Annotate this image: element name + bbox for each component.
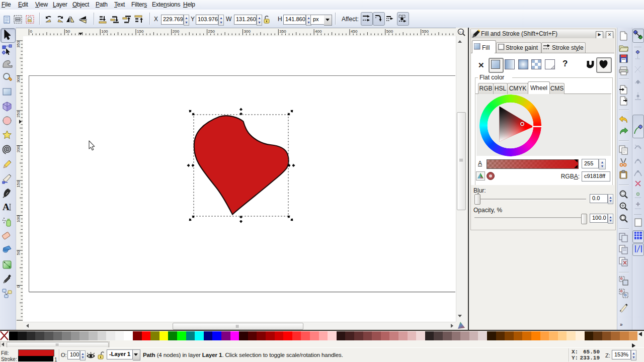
svg-text:100: 100 xyxy=(101,29,108,34)
svg-text:500: 500 xyxy=(386,29,393,34)
svg-text:0: 0 xyxy=(17,285,21,288)
svg-text:200: 200 xyxy=(17,145,21,152)
svg-text:550: 550 xyxy=(422,29,429,34)
svg-text:A: A xyxy=(3,202,10,212)
svg-text:250: 250 xyxy=(208,29,215,34)
svg-text:1:1: 1:1 xyxy=(459,31,464,34)
svg-text:300: 300 xyxy=(244,29,251,34)
svg-text:250: 250 xyxy=(17,111,21,118)
svg-text:150: 150 xyxy=(17,180,21,188)
svg-text:400: 400 xyxy=(315,29,322,34)
svg-text:0: 0 xyxy=(30,29,33,34)
svg-text:350: 350 xyxy=(279,29,286,34)
svg-text:200: 200 xyxy=(173,29,180,34)
svg-text:50: 50 xyxy=(17,250,21,255)
svg-text:50: 50 xyxy=(65,29,70,34)
svg-text:350: 350 xyxy=(17,41,21,48)
svg-text:150: 150 xyxy=(137,29,144,34)
svg-text:450: 450 xyxy=(351,29,358,34)
svg-text:100: 100 xyxy=(17,215,21,222)
svg-text:300: 300 xyxy=(17,75,21,82)
